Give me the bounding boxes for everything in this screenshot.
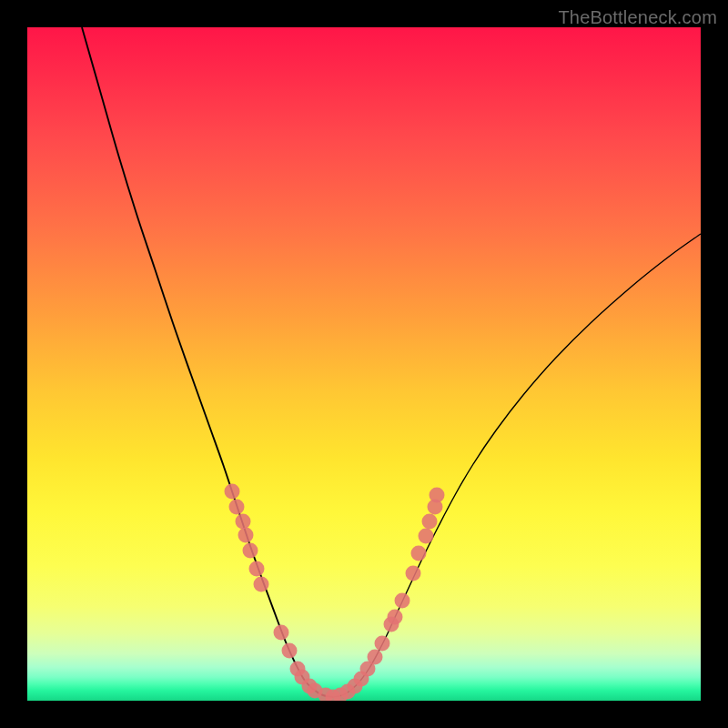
data-point	[388, 610, 403, 625]
data-point	[406, 566, 421, 581]
data-point	[229, 500, 245, 515]
data-point	[395, 593, 410, 609]
data-point	[368, 650, 383, 665]
data-point	[225, 484, 240, 500]
data-point	[274, 625, 289, 641]
data-point	[243, 543, 258, 559]
data-point	[411, 546, 427, 561]
data-point	[282, 643, 298, 659]
left-curve	[82, 27, 333, 697]
data-point	[430, 488, 445, 503]
data-point	[249, 561, 265, 577]
data-point	[375, 636, 390, 652]
data-point	[236, 514, 251, 530]
data-point	[254, 577, 269, 592]
data-point	[422, 514, 438, 530]
chart-frame: TheBottleneck.com	[0, 0, 728, 728]
curve-svg	[27, 27, 701, 701]
watermark-text: TheBottleneck.com	[558, 7, 717, 28]
data-point	[419, 529, 434, 544]
data-dots	[225, 484, 445, 702]
plot-area	[27, 27, 701, 701]
data-point	[238, 528, 254, 543]
